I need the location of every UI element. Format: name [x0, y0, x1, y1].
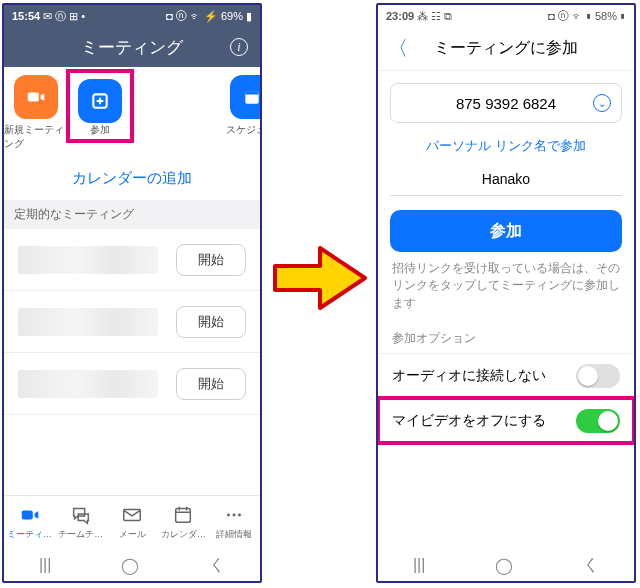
options-header: 参加オプション	[378, 324, 634, 353]
calendar-icon	[230, 75, 262, 119]
svg-point-9	[238, 514, 241, 517]
status-left-icons: ⁂ ☷ ⧉	[417, 10, 452, 22]
meeting-row[interactable]: 開始	[4, 291, 260, 353]
svg-rect-5	[124, 510, 141, 521]
tab-team-chat[interactable]: チームチ…	[55, 496, 106, 549]
nav-back-icon[interactable]: く	[209, 555, 225, 576]
svg-rect-0	[28, 92, 39, 101]
plus-icon	[78, 79, 122, 123]
status-bar: 23:09 ⁂ ☷ ⧉ ◘ ⓝ ᯤ ▮ 58% ▮	[378, 5, 634, 27]
meeting-id-field[interactable]: 875 9392 6824 ⌄	[390, 83, 622, 123]
meeting-row[interactable]: 開始	[4, 353, 260, 415]
video-toggle[interactable]	[576, 409, 620, 433]
schedule-button[interactable]: スケジュ	[188, 75, 260, 151]
svg-point-7	[227, 514, 230, 517]
meeting-title-blurred	[18, 308, 158, 336]
add-calendar-link[interactable]: カレンダーの追加	[4, 161, 260, 200]
new-meeting-button[interactable]: 新規ミーティング	[4, 75, 68, 151]
header: 〈 ミーティングに参加	[378, 27, 634, 71]
schedule-label: スケジュ	[226, 123, 262, 137]
header: ミーティング i	[4, 27, 260, 67]
audio-toggle[interactable]	[576, 364, 620, 388]
header-title: ミーティング	[81, 36, 183, 59]
tab-meeting[interactable]: ミーティ…	[4, 496, 55, 549]
status-right-icons: ◘ ⓝ ᯤ ▮ 58% ▮	[548, 10, 626, 22]
tab-calendar-label: カレンダ…	[161, 528, 206, 541]
status-right-icons: ◘ ⓝ ᯤ ⚡ 69% ▮	[166, 10, 252, 23]
invite-link-note: 招待リンクを受け取っている場合は、そのリンクをタップしてミーティングに参加します	[378, 260, 634, 324]
meeting-id-value: 875 9392 6824	[456, 95, 556, 112]
video-icon	[14, 75, 58, 119]
nav-recent-icon[interactable]: |||	[39, 556, 51, 574]
join-meeting-button[interactable]: 参加	[390, 210, 622, 252]
personal-link-join[interactable]: パーソナル リンク名で参加	[378, 123, 634, 163]
meeting-title-blurred	[18, 246, 158, 274]
tab-mail-label: メール	[119, 528, 146, 541]
tab-calendar[interactable]: カレンダ…	[158, 496, 209, 549]
option-audio-row: オーディオに接続しない	[378, 353, 634, 398]
header-title: ミーティングに参加	[434, 38, 578, 59]
tab-bar: ミーティ… チームチ… メール カレンダ… 詳細情報	[4, 495, 260, 549]
meeting-title-blurred	[18, 370, 158, 398]
tab-more-label: 詳細情報	[216, 528, 252, 541]
option-video-label: マイビデオをオフにする	[392, 412, 546, 430]
tab-team-label: チームチ…	[58, 528, 103, 541]
start-button[interactable]: 開始	[176, 368, 246, 400]
nav-home-icon[interactable]: ◯	[121, 556, 139, 575]
status-time: 23:09	[386, 10, 414, 22]
dropdown-icon[interactable]: ⌄	[593, 94, 611, 112]
option-video-row: マイビデオをオフにする	[378, 398, 634, 443]
system-nav: ||| ◯ く	[378, 549, 634, 581]
join-label: 参加	[78, 123, 122, 137]
join-button[interactable]: 参加	[68, 75, 132, 151]
phone-right: 23:09 ⁂ ☷ ⧉ ◘ ⓝ ᯤ ▮ 58% ▮ 〈 ミーティングに参加 87…	[376, 3, 636, 583]
info-icon[interactable]: i	[230, 38, 248, 56]
nav-back-icon[interactable]: く	[583, 555, 599, 576]
highlight-join: 参加	[66, 69, 134, 143]
status-bar: 15:54 ✉ ⓝ ⊞ • ◘ ⓝ ᯤ ⚡ 69% ▮	[4, 5, 260, 27]
svg-rect-4	[21, 510, 32, 519]
nav-home-icon[interactable]: ◯	[495, 556, 513, 575]
svg-point-8	[233, 514, 236, 517]
tab-mail[interactable]: メール	[106, 496, 157, 549]
display-name-field[interactable]: Hanako	[390, 163, 622, 196]
quick-actions: 新規ミーティング 参加 スケジュ	[4, 67, 260, 161]
start-button[interactable]: 開始	[176, 244, 246, 276]
svg-rect-3	[245, 91, 258, 94]
svg-rect-6	[176, 509, 191, 523]
arrow-icon	[270, 238, 370, 322]
status-left-icons: ✉ ⓝ ⊞ •	[43, 10, 85, 22]
nav-recent-icon[interactable]: |||	[413, 556, 425, 574]
start-button[interactable]: 開始	[176, 306, 246, 338]
section-recurring: 定期的なミーティング	[4, 200, 260, 229]
new-meeting-label: 新規ミーティング	[4, 123, 68, 151]
meeting-row[interactable]: 開始	[4, 229, 260, 291]
back-icon[interactable]: 〈	[388, 35, 408, 62]
tab-meeting-label: ミーティ…	[7, 528, 52, 541]
tab-more[interactable]: 詳細情報	[209, 496, 260, 549]
status-time: 15:54	[12, 10, 40, 22]
option-audio-label: オーディオに接続しない	[392, 367, 546, 385]
phone-left: 15:54 ✉ ⓝ ⊞ • ◘ ⓝ ᯤ ⚡ 69% ▮ ミーティング i 新規ミ…	[2, 3, 262, 583]
system-nav: ||| ◯ く	[4, 549, 260, 581]
